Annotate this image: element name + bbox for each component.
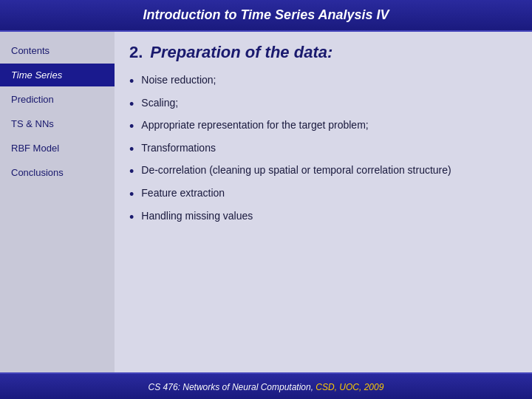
main-content: 2. Preparation of the data: • Noise redu… [115, 32, 532, 372]
footer-text: CS 476: Networks of Neural Computation, … [149, 382, 384, 392]
content-area: Contents Time Series Prediction TS & NNs… [0, 32, 532, 372]
bullet-icon: • [129, 119, 134, 135]
list-item: • Noise reduction; [129, 73, 514, 90]
bullet-text: Handling missing values [141, 209, 514, 224]
section-number: 2. [129, 43, 143, 62]
list-item: • Transformations [129, 141, 514, 158]
slide-container: Introduction to Time Series Analysis IV … [0, 0, 532, 399]
list-item: • Feature extraction [129, 186, 514, 203]
sidebar-item-conclusions[interactable]: Conclusions [0, 161, 115, 184]
bullet-icon: • [129, 74, 134, 90]
bullet-icon: • [129, 164, 134, 180]
sidebar: Contents Time Series Prediction TS & NNs… [0, 32, 115, 372]
footer-bar: CS 476: Networks of Neural Computation, … [0, 372, 532, 399]
bullet-text: Transformations [141, 141, 514, 156]
slide-title: Introduction to Time Series Analysis IV [143, 7, 389, 22]
list-item: • Handling missing values [129, 209, 514, 226]
bullet-text: De-correlation (cleaning up spatial or t… [141, 163, 514, 178]
sidebar-item-ts-nns[interactable]: TS & NNs [0, 112, 115, 135]
bullet-text: Feature extraction [141, 186, 514, 201]
sidebar-item-contents[interactable]: Contents [0, 39, 115, 62]
list-item: • Appropriate representation for the tar… [129, 118, 514, 135]
bullet-text: Appropriate representation for the targe… [141, 118, 514, 133]
section-title: Preparation of the data: [150, 43, 332, 62]
bullet-icon: • [129, 210, 134, 226]
bullet-icon: • [129, 187, 134, 203]
bullet-icon: • [129, 97, 134, 113]
sidebar-item-time-series[interactable]: Time Series [0, 64, 115, 86]
sidebar-item-prediction[interactable]: Prediction [0, 88, 115, 111]
sidebar-item-rbf-model[interactable]: RBF Model [0, 137, 115, 160]
section-header: 2. Preparation of the data: [129, 43, 514, 62]
list-item: • De-correlation (cleaning up spatial or… [129, 163, 514, 180]
bullet-text: Scaling; [141, 96, 514, 111]
bullet-text: Noise reduction; [141, 73, 514, 88]
bullet-icon: • [129, 142, 134, 158]
list-item: • Scaling; [129, 96, 514, 113]
footer-highlight: CSD, UOC, 2009 [316, 382, 383, 392]
bullet-list: • Noise reduction; • Scaling; • Appropri… [129, 73, 514, 225]
title-bar: Introduction to Time Series Analysis IV [0, 0, 532, 32]
